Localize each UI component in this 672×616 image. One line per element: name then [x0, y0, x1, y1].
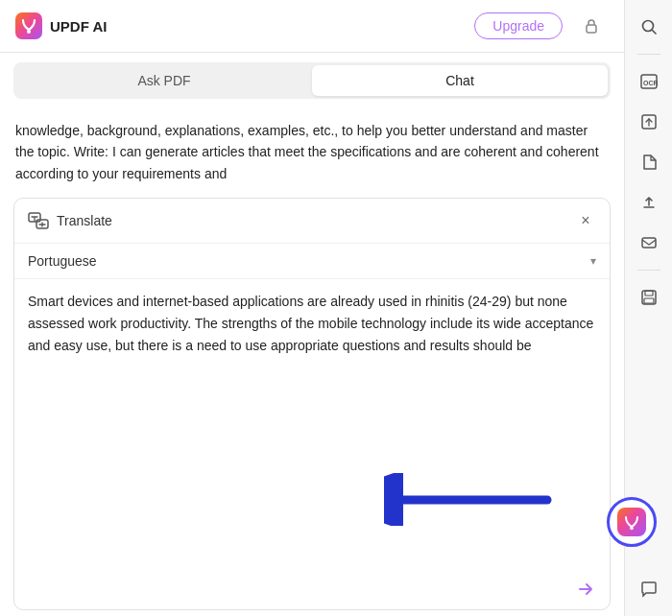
upgrade-button[interactable]: Upgrade	[474, 12, 563, 39]
divider-2	[637, 270, 660, 271]
svg-rect-14	[617, 508, 646, 536]
translate-panel: Translate × Portuguese ▾ Smart devices a…	[13, 198, 611, 610]
search-icon[interactable]	[632, 10, 666, 44]
svg-text:OCR: OCR	[643, 80, 659, 86]
tab-bar: Ask PDF Chat	[13, 62, 611, 99]
app-title: UPDF AI	[50, 18, 107, 35]
close-translate-button[interactable]: ×	[575, 210, 596, 231]
language-dropdown[interactable]: Portuguese ▾	[14, 244, 610, 279]
send-area	[14, 571, 610, 609]
convert-icon[interactable]	[632, 105, 666, 139]
send-button[interactable]	[575, 579, 596, 600]
translate-header: Translate ×	[14, 199, 610, 244]
chat-preview-text: knowledge, background, explanations, exa…	[0, 108, 624, 192]
svg-rect-0	[15, 12, 42, 39]
upload-icon[interactable]	[632, 185, 666, 220]
chevron-down-icon: ▾	[590, 254, 596, 268]
top-bar: UPDF AI Upgrade	[0, 0, 624, 53]
translation-output: Smart devices and internet-based applica…	[14, 279, 610, 571]
svg-rect-2	[587, 25, 596, 33]
translate-title-area: Translate	[28, 210, 112, 231]
tab-ask-pdf[interactable]: Ask PDF	[16, 65, 312, 96]
save-icon[interactable]	[632, 280, 666, 315]
translate-icon	[28, 210, 49, 231]
content-area: knowledge, background, explanations, exa…	[0, 108, 624, 616]
right-sidebar: OCR	[624, 0, 672, 616]
mail-icon[interactable]	[632, 225, 666, 260]
tab-chat[interactable]: Chat	[312, 65, 608, 96]
svg-rect-10	[642, 238, 656, 248]
svg-point-15	[630, 527, 634, 531]
chat-bubble-icon[interactable]	[632, 572, 666, 606]
lock-icon[interactable]	[574, 9, 609, 43]
translate-title: Translate	[57, 213, 112, 228]
svg-rect-13	[644, 298, 654, 303]
divider-1	[637, 54, 660, 55]
logo-area: UPDF AI	[15, 12, 107, 39]
ai-fab-button[interactable]	[607, 497, 657, 547]
svg-point-1	[27, 30, 31, 34]
document-icon[interactable]	[632, 145, 666, 179]
ocr-icon[interactable]: OCR	[632, 64, 666, 99]
language-label: Portuguese	[28, 253, 97, 269]
updf-logo-icon	[15, 12, 42, 39]
arrow-annotation	[384, 473, 557, 533]
